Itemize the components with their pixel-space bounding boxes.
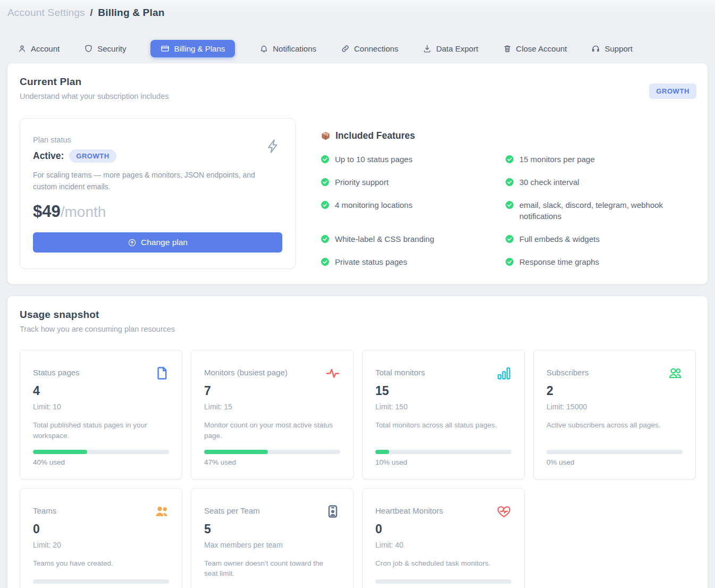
progress-bar: [204, 450, 340, 454]
usage-card: Heartbeat Monitors 0 Limit: 40 Cron job …: [362, 488, 525, 588]
plan-status-badge: GROWTH: [69, 149, 116, 163]
feature-item: 15 monitors per page: [505, 154, 696, 165]
usage-card-limit: Limit: 40: [375, 541, 511, 549]
feature-item: Priority support: [321, 177, 505, 188]
usage-card-title: Teams: [33, 505, 56, 515]
billing-page: Account Settings / Billing & Plan Accoun…: [0, 0, 715, 588]
bell-icon: [259, 44, 268, 53]
plan-status-label: Plan status: [33, 136, 282, 144]
pulse-icon: [325, 366, 340, 381]
usage-card-description: Team owner doesn't count toward the seat…: [204, 558, 340, 579]
tab-security[interactable]: Security: [84, 40, 126, 57]
check-circle-icon: [321, 257, 330, 266]
usage-percent-label: 10% used: [375, 458, 511, 466]
current-plan-panel: Current Plan Understand what your subscr…: [7, 63, 708, 284]
trash-icon: [503, 44, 512, 53]
usage-title: Usage snapshot: [20, 309, 696, 321]
breadcrumb-section[interactable]: Account Settings: [7, 7, 85, 18]
tab-billing[interactable]: Billing & Plans: [150, 40, 235, 57]
plan-price: $49 /month: [33, 202, 282, 221]
usage-card-description: Cron job & scheduled task monitors.: [375, 558, 511, 569]
usage-subtitle: Track how you are consuming plan resourc…: [20, 325, 696, 333]
usage-card: Teams 0 Limit: 20 Teams you have created…: [20, 488, 182, 588]
usage-card-title: Monitors (busiest page): [204, 367, 288, 377]
tab-connections[interactable]: Connections: [341, 40, 398, 57]
breadcrumb-separator: /: [90, 7, 92, 18]
feature-item: email, slack, discord, telegram, webhook…: [505, 199, 696, 223]
check-circle-icon: [505, 178, 514, 187]
usage-card-value: 7: [204, 384, 340, 398]
usage-percent-label: 40% used: [33, 458, 169, 466]
contact-badge-icon: [325, 504, 340, 519]
usage-card: Subscribers 2 Limit: 15000 Active subscr…: [533, 350, 696, 479]
usage-card-value: 4: [33, 384, 169, 398]
check-circle-icon: [321, 155, 330, 164]
feature-item: Full embeds & widgets: [505, 233, 696, 245]
credit-card-icon: [161, 44, 170, 53]
headset-icon: [591, 44, 600, 53]
current-plan-subtitle: Understand what your subscription includ…: [20, 92, 696, 100]
usage-grid: Status pages 4 Limit: 10 Total published…: [20, 350, 696, 588]
usage-card-description: Monitor count on your most active status…: [204, 420, 340, 441]
check-circle-icon: [321, 178, 330, 187]
change-plan-label: Change plan: [141, 238, 188, 247]
users-icon: [668, 366, 683, 381]
usage-card-title: Subscribers: [546, 367, 588, 377]
price-period: /month: [61, 204, 106, 221]
usage-card-title: Total monitors: [375, 367, 425, 377]
usage-card-title: Seats per Team: [204, 505, 260, 515]
usage-card-value: 0: [375, 522, 511, 536]
change-plan-button[interactable]: Change plan: [33, 232, 282, 253]
plan-description: For scaling teams — more pages & monitor…: [33, 170, 256, 192]
progress-bar: [33, 579, 169, 584]
usage-card-value: 5: [204, 522, 340, 536]
usage-card: Seats per Team 5 Max members per team Te…: [191, 488, 354, 588]
feature-item: Up to 10 status pages: [321, 154, 505, 165]
check-circle-icon: [505, 155, 514, 164]
tab-notifications[interactable]: Notifications: [259, 40, 316, 57]
usage-card-value: 15: [375, 384, 511, 398]
feature-item: Private status pages: [321, 256, 505, 268]
usage-card-description: Total monitors across all status pages.: [375, 420, 511, 431]
tab-account[interactable]: Account: [18, 40, 60, 57]
feature-item: Response time graphs: [505, 256, 696, 268]
usage-card-description: Teams you have created.: [33, 558, 169, 569]
price-amount: $49: [33, 202, 61, 221]
heart-pulse-icon: [497, 504, 511, 519]
usage-card: Monitors (busiest page) 7 Limit: 15 Moni…: [191, 350, 354, 479]
usage-card-title: Heartbeat Monitors: [375, 505, 443, 515]
plan-status-card: Plan status Active: GROWTH For scaling t…: [20, 118, 296, 269]
usage-card-description: Total published status pages in your wor…: [33, 420, 169, 441]
progress-bar: [375, 450, 511, 454]
usage-card-limit: Limit: 150: [375, 402, 511, 411]
feature-item: 4 monitoring locations: [321, 199, 505, 211]
feature-item: White-label & CSS branding: [321, 233, 505, 245]
tab-support[interactable]: Support: [591, 40, 633, 57]
usage-card: Total monitors 15 Limit: 150 Total monit…: [362, 350, 525, 479]
usage-card-limit: Limit: 15000: [546, 402, 683, 411]
download-icon: [423, 44, 432, 53]
plan-tier-badge: GROWTH: [649, 83, 696, 99]
breadcrumb: Account Settings / Billing & Plan: [7, 0, 708, 19]
file-icon: [154, 366, 169, 381]
users-filled-icon: [154, 504, 169, 519]
usage-snapshot-panel: Usage snapshot Track how you are consumi…: [7, 296, 708, 588]
bar-chart-icon: [497, 366, 511, 381]
check-circle-icon: [321, 200, 330, 209]
usage-card: Status pages 4 Limit: 10 Total published…: [20, 350, 182, 479]
current-plan-title: Current Plan: [20, 76, 696, 88]
arrow-up-circle-icon: [128, 238, 137, 247]
usage-card-description: Active subscribers across all pages.: [546, 420, 683, 431]
check-circle-icon: [321, 234, 330, 243]
page-title: Billing & Plan: [98, 7, 164, 18]
progress-bar: [33, 450, 169, 454]
included-features: Included Features Up to 10 status pages …: [321, 118, 696, 268]
features-grid: Up to 10 status pages 15 monitors per pa…: [321, 154, 696, 268]
tab-close-account[interactable]: Close Account: [503, 40, 567, 57]
tab-data-export[interactable]: Data Export: [423, 40, 478, 57]
tab-bar: Account Security Billing & Plans Notific…: [18, 40, 708, 57]
usage-card-limit: Max members per team: [204, 541, 340, 549]
link-icon: [341, 44, 350, 53]
check-circle-icon: [505, 234, 514, 243]
check-circle-icon: [505, 200, 514, 209]
